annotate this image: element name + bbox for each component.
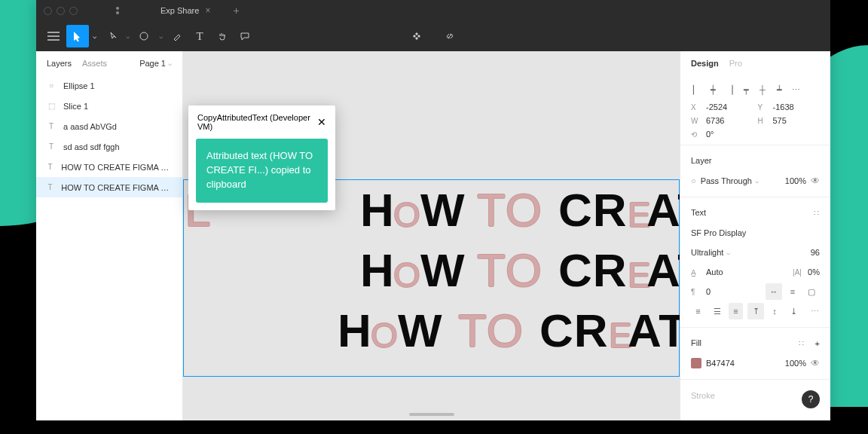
font-size-input[interactable]: 96 [811, 248, 820, 257]
canvas-text: W [420, 183, 466, 237]
text-section-title: Text [691, 208, 706, 217]
layer-row[interactable]: THOW TO CREATE FIGMA PLUGIN?... [36, 157, 182, 177]
text-icon: T [47, 142, 56, 151]
align-hcenter-icon[interactable]: ┿ [708, 84, 718, 95]
font-family-dropdown[interactable]: SF Pro Display [691, 228, 746, 237]
page-selector[interactable]: Page 1⌵ [139, 59, 172, 68]
canvas-text: AT [646, 183, 680, 237]
layer-row-selected[interactable]: THOW TO CREATE FIGMA PLUGIN?... [36, 177, 182, 197]
figma-logo-icon [112, 5, 123, 16]
svg-point-2 [140, 32, 148, 40]
layer-section-title: Layer [691, 156, 712, 165]
tab-prototype[interactable]: Pro [729, 59, 742, 68]
letter-spacing-icon: |A| [793, 268, 803, 277]
auto-width-icon[interactable]: ↔ [766, 283, 782, 300]
frame-tool-chevron[interactable]: ⌵ [122, 25, 133, 47]
align-vcenter-icon[interactable]: ┼ [757, 84, 768, 95]
menu-button[interactable] [41, 32, 66, 41]
x-input[interactable]: -2524 [706, 102, 727, 112]
text-align-left-icon[interactable]: ≡ [691, 303, 705, 319]
tab-layers[interactable]: Layers [47, 59, 72, 68]
popup-title: CopyAttributedText (Developer VM) [197, 113, 317, 131]
stroke-section-title: Stroke [691, 391, 715, 400]
text-valign-middle-icon[interactable]: ↕ [766, 303, 783, 319]
line-height-input[interactable]: Auto [706, 267, 723, 277]
layers-panel: Layers Assets Page 1⌵ ○Ellipse 1 ⬚Slice … [36, 51, 183, 420]
pen-tool[interactable] [166, 25, 188, 47]
tab-design[interactable]: Design [691, 59, 719, 68]
fixed-size-icon[interactable]: ▢ [803, 283, 820, 300]
plugin-popup: CopyAttributedText (Developer VM) ✕ Attr… [188, 105, 335, 210]
shape-tool-chevron[interactable]: ⌵ [155, 25, 166, 47]
text-valign-top-icon[interactable]: ⤒ [747, 303, 764, 319]
close-tab-icon[interactable]: × [205, 5, 210, 16]
move-tool-chevron[interactable]: ⌵ [89, 25, 99, 47]
fill-visibility-icon[interactable]: 👁 [811, 358, 820, 368]
traffic-close[interactable] [44, 7, 52, 15]
blend-mode-dropdown[interactable]: Pass Through⌵ [701, 176, 759, 185]
rotation-input[interactable]: 0° [706, 130, 714, 139]
layer-row[interactable]: Tsd asd sdf fggh [36, 136, 182, 157]
layer-row[interactable]: ⬚Slice 1 [36, 96, 182, 116]
text-more-icon[interactable]: ⋯ [811, 307, 820, 316]
w-input[interactable]: 6736 [706, 116, 724, 125]
toolbar: ⌵ ⌵ ⌵ T [36, 21, 830, 51]
close-icon[interactable]: ✕ [317, 116, 326, 128]
shape-tool[interactable] [133, 25, 155, 47]
h-input[interactable]: 575 [773, 116, 787, 125]
text-icon: T [47, 183, 53, 192]
visibility-icon[interactable]: 👁 [811, 176, 820, 186]
hand-tool[interactable] [211, 25, 234, 47]
tab-assets[interactable]: Assets [82, 59, 107, 68]
text-align-right-icon[interactable]: ≡ [729, 303, 743, 319]
add-fill-button[interactable]: + [815, 339, 820, 348]
traffic-min[interactable] [57, 7, 65, 15]
text-icon: T [47, 122, 56, 131]
comment-tool[interactable] [234, 25, 256, 47]
move-tool[interactable] [66, 25, 89, 47]
blend-icon: ○ [691, 176, 696, 185]
font-weight-dropdown[interactable]: Ultralight⌵ [691, 248, 730, 257]
align-bottom-icon[interactable]: ┷ [774, 84, 784, 95]
opacity-input[interactable]: 100% [785, 176, 806, 185]
align-left-icon[interactable]: ▏ [691, 84, 701, 95]
y-input[interactable]: -1638 [773, 102, 794, 112]
link-tool[interactable] [439, 25, 461, 47]
paragraph-input[interactable]: 0 [706, 287, 711, 296]
canvas-text: CR [558, 243, 628, 297]
fill-styles-icon[interactable]: ∷ [799, 339, 805, 349]
layer-row[interactable]: ○Ellipse 1 [36, 75, 182, 96]
text-tool[interactable]: T [188, 25, 211, 47]
canvas-text: H [360, 183, 395, 237]
help-button[interactable]: ? [802, 390, 820, 408]
component-tool[interactable] [405, 25, 428, 47]
text-align-center-icon[interactable]: ☰ [710, 303, 724, 319]
fill-hex-input[interactable]: B47474 [706, 359, 735, 368]
auto-height-icon[interactable]: ≡ [784, 283, 801, 300]
traffic-max[interactable] [69, 7, 78, 15]
fill-opacity-input[interactable]: 100% [785, 359, 806, 368]
text-icon: T [47, 163, 53, 172]
new-tab-button[interactable]: + [233, 5, 239, 17]
canvas-text: CR [558, 183, 628, 237]
paragraph-icon: ¶ [691, 288, 701, 296]
align-top-icon[interactable]: ┯ [741, 84, 751, 95]
frame-tool[interactable] [99, 25, 122, 47]
line-height-icon: A̲ [691, 268, 701, 277]
slice-icon: ⬚ [47, 102, 56, 111]
fill-swatch[interactable] [691, 358, 701, 368]
letter-spacing-input[interactable]: 0% [808, 267, 820, 277]
canvas-text: AT [628, 304, 680, 357]
scrollbar[interactable] [409, 413, 454, 416]
distribute-icon[interactable]: ⋯ [790, 84, 801, 95]
text-valign-bottom-icon[interactable]: ⤓ [785, 303, 802, 319]
align-right-icon[interactable]: ▕ [724, 84, 735, 95]
file-tab[interactable]: Exp Share × [150, 5, 221, 16]
text-styles-icon[interactable]: ∷ [814, 209, 820, 219]
svg-point-1 [116, 11, 119, 14]
layer-row[interactable]: Ta aasd AbVGd [36, 116, 182, 136]
canvas-text: TO [458, 304, 524, 357]
canvas-text: W [398, 304, 443, 357]
figma-window: Exp Share × + ⌵ ⌵ ⌵ T [36, 0, 830, 420]
rotation-icon: ⟲ [691, 130, 701, 139]
